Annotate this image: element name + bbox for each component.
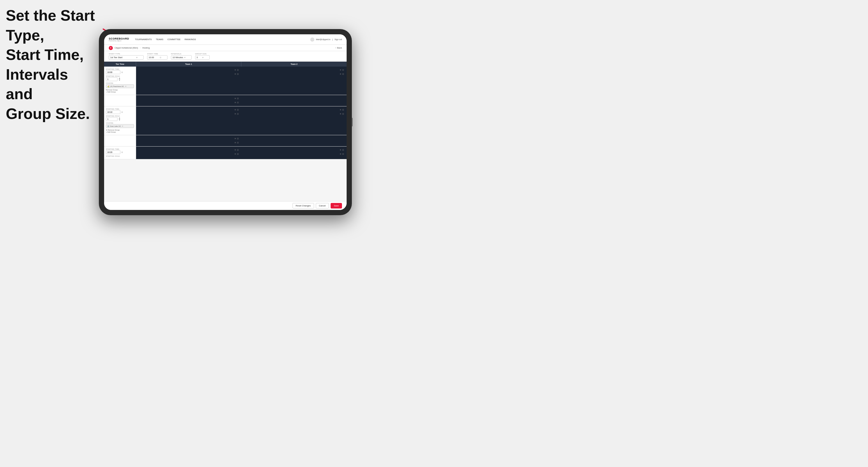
close-icon-7b[interactable]: ✕: [340, 153, 341, 155]
time-clock-icon-2: ⊙: [121, 111, 123, 114]
close-icon-2a[interactable]: ✕: [340, 69, 341, 71]
save-button[interactable]: Save: [331, 203, 342, 209]
start-type-select[interactable]: 1st Tee Start ▾: [109, 55, 144, 60]
starting-time-label-1: STARTING TIME:: [106, 68, 134, 70]
cell-row-5b: ✕ ⊡: [137, 141, 240, 145]
tee-group-2: STARTING TIME: ⊙ STARTING HOLE: ▲ ▼ COUR…: [104, 106, 347, 135]
tee-left-3: STARTING TIME: ⊙ STARTING HOLE:: [104, 147, 136, 159]
expand-icon-1b[interactable]: ⊡: [237, 73, 239, 75]
close-icon-4a[interactable]: ✕: [340, 109, 341, 111]
close-icon-3a[interactable]: ✕: [235, 109, 236, 111]
tee-left-2: STARTING TIME: ⊙ STARTING HOLE: ▲ ▼ COUR…: [104, 106, 136, 135]
hole-spinner-1[interactable]: ▲ ▼: [118, 77, 121, 81]
remove-group-link-1[interactable]: Remove Group: [106, 89, 134, 91]
cell-row-7b: ✕ ⊡: [243, 152, 345, 156]
expand-icon-5b[interactable]: ⊡: [237, 142, 239, 144]
close-icon-5a[interactable]: ✕: [235, 137, 236, 140]
team2-cell-1: ✕ ⊡ ✕ ⊡: [241, 67, 347, 95]
tournament-name[interactable]: Clippd Invitational (Men): [115, 46, 138, 49]
starting-time-row-3: ⊙: [106, 150, 134, 154]
team1-cell-1b: ✕ ⊡ ✕ ⊡: [136, 95, 241, 106]
close-icon-6b[interactable]: ✕: [235, 153, 236, 155]
expand-icon-6a[interactable]: ⊡: [237, 149, 239, 151]
annotation-line4: and: [6, 86, 33, 102]
course-remove-icon-1[interactable]: ✕: [125, 85, 126, 87]
add-group-link-1[interactable]: + Add Group: [106, 91, 134, 93]
intervals-label: Intervals: [171, 53, 192, 55]
group-size-select[interactable]: 3 ▾: [195, 55, 210, 60]
nav-teams[interactable]: TEAMS: [156, 38, 163, 41]
hole-spinner-2[interactable]: ▲ ▼: [118, 117, 121, 121]
expand-icon-2a[interactable]: ⊡: [342, 69, 344, 71]
tee-left-1b: [104, 95, 136, 106]
expand-icon-7b[interactable]: ⊡: [342, 153, 344, 155]
start-time-select[interactable]: 10:00 ⊙: [147, 55, 167, 60]
close-icon-6a[interactable]: ✕: [235, 149, 236, 151]
starting-time-input-1[interactable]: [106, 70, 120, 74]
chevron-down-icon-4: ▾: [203, 56, 204, 59]
cell-row-5a: ✕ ⊡: [137, 137, 240, 141]
close-icon-2b[interactable]: ✕: [340, 73, 341, 75]
reset-changes-button[interactable]: Reset Changes: [292, 203, 314, 209]
cancel-button[interactable]: Cancel: [316, 203, 329, 209]
nav-right: blair@clipped.io | Sign out: [310, 37, 342, 41]
nav-committee[interactable]: COMMITTEE: [167, 38, 181, 41]
close-icon-3b[interactable]: ✕: [235, 113, 236, 115]
close-icon-1a[interactable]: ✕: [235, 69, 236, 71]
close-icon-4b[interactable]: ✕: [340, 113, 341, 115]
nav-rankings[interactable]: RANKINGS: [185, 38, 196, 41]
starting-hole-label-3: STARTING HOLE:: [106, 155, 134, 157]
annotation-line2: Start Time,: [6, 46, 84, 63]
start-type-group: Start Type 1st Tee Start ▾: [109, 53, 144, 60]
cell-row-3b: ✕ ⊡: [137, 112, 240, 116]
starting-time-input-2[interactable]: [106, 110, 120, 114]
close-icon-c2[interactable]: ✕: [235, 101, 236, 104]
intervals-select[interactable]: 10 Minutes ▾: [171, 55, 192, 60]
time-clock-icon-3: ⊙: [121, 151, 123, 154]
intervals-value: 10 Minutes: [173, 56, 183, 59]
expand-icon-4a[interactable]: ⊡: [342, 109, 344, 111]
close-icon-5b[interactable]: ✕: [235, 142, 236, 144]
course-icon-2: 🏢: [107, 125, 109, 127]
tablet-screen: SCOREBOARD Powered by clipp.io TOURNAMEN…: [104, 34, 347, 210]
team1-cell-3: ✕ ⊡ ✕ ⊡: [136, 147, 241, 159]
close-icon-1b[interactable]: ✕: [235, 73, 236, 75]
sign-out-link[interactable]: Sign out: [334, 38, 342, 40]
starting-hole-row-1: ▲ ▼: [106, 77, 134, 81]
controls-row: Start Type 1st Tee Start ▾ Start Time 10…: [104, 51, 347, 62]
expand-icon-c2[interactable]: ⊡: [237, 101, 239, 104]
close-icon-7a[interactable]: ✕: [340, 149, 341, 151]
expand-icon-2b[interactable]: ⊡: [342, 73, 344, 75]
cell-row-4b: ✕ ⊡: [243, 112, 345, 116]
back-chevron-icon: ‹: [336, 46, 336, 49]
course-name-1: (A) Peachtree GC: [110, 86, 124, 87]
starting-hole-input-2[interactable]: [106, 117, 118, 121]
expand-icon-3b[interactable]: ⊡: [237, 113, 239, 115]
start-time-group: Start Time 10:00 ⊙: [147, 53, 167, 60]
expand-icon-5a[interactable]: ⊡: [237, 137, 239, 140]
col-team1: Team 1: [136, 62, 241, 67]
back-button[interactable]: ‹ Back: [336, 46, 342, 49]
nav-tournaments[interactable]: TOURNAMENTS: [135, 38, 152, 41]
tee-group-1: STARTING TIME: ⊙ STARTING HOLE: ▲ ▼ COUR…: [104, 67, 347, 95]
back-label: Back: [337, 46, 342, 49]
tee-left-1: STARTING TIME: ⊙ STARTING HOLE: ▲ ▼ COUR…: [104, 67, 136, 95]
expand-icon-4b[interactable]: ⊡: [342, 113, 344, 115]
starting-hole-input-1[interactable]: [106, 77, 118, 81]
expand-icon-c1[interactable]: ⊡: [237, 97, 239, 100]
start-type-label: Start Type: [109, 53, 144, 55]
remove-group-link-2[interactable]: ⊖ Remove Group: [106, 129, 134, 131]
course-remove-icon-2[interactable]: ✕: [122, 125, 123, 127]
expand-icon-3a[interactable]: ⊡: [237, 109, 239, 111]
expand-icon-6b[interactable]: ⊡: [237, 153, 239, 155]
close-icon-c1[interactable]: ✕: [235, 97, 236, 100]
course-name-2: East Lake GC: [110, 125, 121, 127]
add-group-link-2[interactable]: + Add Group: [106, 131, 134, 133]
expand-icon-1a[interactable]: ⊡: [237, 69, 239, 71]
cell-row-3a: ✕ ⊡: [137, 108, 240, 112]
tee-left-2b: [104, 135, 136, 146]
intervals-group: Intervals 10 Minutes ▾: [171, 53, 192, 60]
starting-time-input-3[interactable]: [106, 150, 120, 154]
expand-icon-7a[interactable]: ⊡: [342, 149, 344, 151]
navbar: SCOREBOARD Powered by clipp.io TOURNAMEN…: [104, 34, 347, 45]
